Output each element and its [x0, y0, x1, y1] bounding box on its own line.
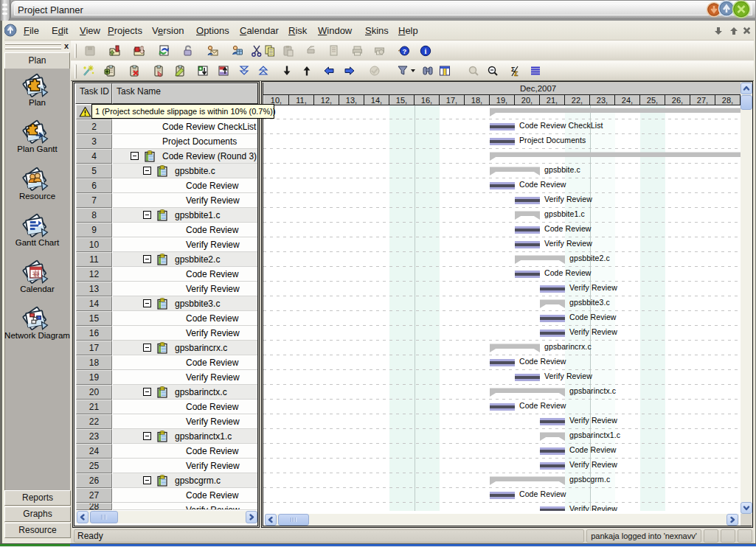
- svg-text:i: i: [425, 47, 427, 55]
- svg-text:?: ?: [403, 47, 407, 55]
- svg-text:12: 12: [33, 271, 40, 278]
